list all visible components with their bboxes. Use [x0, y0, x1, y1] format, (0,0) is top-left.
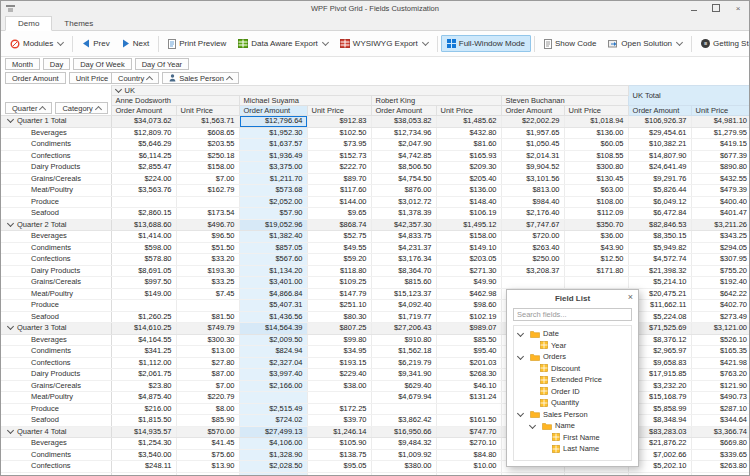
pivot-cell[interactable]: $24,641.49 [628, 162, 691, 174]
pivot-cell[interactable]: $1,254.30 [111, 438, 176, 450]
pivot-cell[interactable]: $13.00 [176, 346, 239, 358]
pivot-cell[interactable]: $109.25 [307, 277, 371, 289]
row-category-label[interactable]: Grains/Cereals [1, 173, 111, 185]
pivot-cell[interactable]: $263.40 [501, 242, 564, 254]
search-fields-input[interactable] [513, 308, 632, 321]
pivot-cell[interactable]: $5,826.44 [628, 185, 691, 197]
pivot-cell[interactable]: $63.00 [564, 185, 628, 197]
pivot-cell[interactable]: $95.05 [307, 461, 371, 473]
pivot-cell[interactable]: $747.70 [436, 426, 501, 438]
pivot-cell[interactable]: $526.10 [691, 334, 750, 346]
pivot-cell[interactable]: $59.20 [307, 254, 371, 266]
pivot-cell[interactable]: $130.45 [564, 173, 628, 185]
measure-header-unit-price[interactable]: Unit Price [176, 106, 239, 116]
pivot-cell[interactable]: $3,401.00 [239, 277, 307, 289]
field-list-item-discount[interactable]: Discount [514, 363, 631, 375]
pivot-cell[interactable]: $8,350.15 [628, 231, 691, 243]
field-list-item-extended-price[interactable]: Extended Price [514, 374, 631, 386]
measure-header-order-amount[interactable]: Order Amount [371, 106, 436, 116]
field-list-item-first-name[interactable]: First Name [514, 432, 631, 444]
pivot-cell[interactable]: $52.75 [307, 231, 371, 243]
field-list-item-last-name[interactable]: Last Name [514, 443, 631, 455]
open-solution-button[interactable]: Open Solution [602, 35, 688, 52]
pivot-cell[interactable]: $9,484.32 [371, 438, 436, 450]
pivot-cell[interactable]: $598.00 [111, 242, 176, 254]
pivot-cell[interactable]: $300.80 [564, 162, 628, 174]
pivot-cell[interactable]: $131.24 [436, 392, 501, 404]
pivot-cell[interactable] [176, 196, 239, 208]
pivot-cell[interactable]: $102.50 [307, 127, 371, 139]
pivot-cell[interactable]: $96.50 [176, 231, 239, 243]
field-list-item-name[interactable]: Name [514, 420, 631, 432]
pivot-cell[interactable]: $857.05 [239, 242, 307, 254]
pivot-cell[interactable]: $27.80 [176, 357, 239, 369]
pivot-cell[interactable]: $49.90 [436, 277, 501, 289]
row-category-label[interactable]: Beverages [1, 334, 111, 346]
pivot-cell[interactable]: $2,860.15 [111, 208, 176, 220]
collapse-chevron-icon[interactable] [7, 219, 14, 226]
row-category-label[interactable]: Confections [1, 150, 111, 162]
pivot-cell[interactable]: $271.30 [436, 265, 501, 277]
pivot-cell[interactable]: $14,564.39 [239, 323, 307, 335]
pivot-cell[interactable]: $87.00 [176, 369, 239, 381]
pivot-cell[interactable]: $13.90 [176, 461, 239, 473]
measure-header-order-amount[interactable]: Order Amount [628, 106, 691, 116]
pivot-cell[interactable] [501, 277, 564, 289]
print-preview-button[interactable]: Print Preview [162, 35, 232, 53]
row-category-label[interactable]: Confections [1, 357, 111, 369]
pivot-cell[interactable]: $38,053.82 [371, 116, 436, 128]
pivot-cell[interactable]: $112.09 [564, 208, 628, 220]
pivot-cell[interactable]: $1,408.76 [371, 472, 436, 476]
pivot-cell[interactable]: $39.70 [307, 415, 371, 427]
pivot-cell[interactable]: $1,485.62 [436, 116, 501, 128]
pivot-cell[interactable]: $173.54 [176, 208, 239, 220]
pivot-cell[interactable]: $2,061.75 [111, 369, 176, 381]
pivot-cell[interactable]: $322.30 [176, 472, 239, 476]
pivot-cell[interactable]: $1,018.94 [564, 116, 628, 128]
pivot-cell[interactable]: $57.90 [239, 208, 307, 220]
pivot-cell[interactable]: $496.70 [176, 219, 239, 231]
pivot-cell[interactable]: $815.60 [371, 277, 436, 289]
measure-header-order-amount[interactable]: Order Amount [239, 106, 307, 116]
pivot-cell[interactable]: $36.00 [564, 231, 628, 243]
pivot-cell[interactable]: $73.95 [307, 139, 371, 151]
pivot-cell[interactable]: $339.65 [691, 449, 750, 461]
pivot-cell[interactable]: $4,742.85 [371, 150, 436, 162]
pivot-cell[interactable]: $15,123.37 [371, 288, 436, 300]
pivot-cell[interactable]: $3,563.76 [111, 185, 176, 197]
modules-button[interactable]: Modules [4, 35, 69, 53]
pivot-cell[interactable]: $95.40 [436, 346, 501, 358]
row-field-quarter[interactable]: Quarter [5, 102, 52, 114]
measure-header-unit-price[interactable]: Unit Price [307, 106, 371, 116]
pivot-cell[interactable]: $1,246.14 [307, 426, 371, 438]
pivot-cell[interactable]: $22,002.29 [501, 116, 564, 128]
pivot-cell[interactable]: $4,572.74 [628, 254, 691, 266]
field-list-header[interactable]: Field List × [507, 290, 638, 307]
pivot-cell[interactable]: $203.05 [436, 254, 501, 266]
pivot-cell[interactable]: $201.03 [436, 357, 501, 369]
row-category-label[interactable]: Produce [1, 196, 111, 208]
pivot-cell[interactable]: $34.95 [307, 346, 371, 358]
pivot-cell[interactable]: $147.79 [307, 288, 371, 300]
row-category-label[interactable]: Produce [1, 403, 111, 415]
pivot-cell[interactable]: $136.00 [436, 185, 501, 197]
pivot-cell[interactable]: $8,506.50 [371, 162, 436, 174]
collapse-chevron-icon[interactable] [517, 410, 524, 417]
pivot-cell[interactable]: $2,327.04 [239, 357, 307, 369]
collapse-chevron-icon[interactable] [7, 116, 14, 123]
pivot-cell[interactable]: $984.40 [501, 196, 564, 208]
collapse-chevron-icon[interactable] [517, 353, 524, 360]
tab-themes[interactable]: Themes [52, 17, 105, 30]
pivot-cell[interactable]: $1,563.71 [176, 116, 239, 128]
field-list-item-date[interactable]: Date [514, 328, 631, 340]
pivot-cell[interactable]: $307.95 [691, 254, 750, 266]
pivot-cell[interactable]: $157.40 [436, 472, 501, 476]
pivot-cell[interactable]: $1,134.20 [239, 265, 307, 277]
pivot-cell[interactable]: $4,164.55 [111, 334, 176, 346]
pivot-cell[interactable]: $1,005.20 [691, 472, 750, 476]
pivot-cell[interactable]: $1,637.57 [239, 139, 307, 151]
tab-demo[interactable]: Demo [5, 16, 52, 31]
pivot-cell[interactable]: $193.30 [176, 265, 239, 277]
row-group-label[interactable]: Quarter 3 Total [1, 323, 111, 335]
pivot-cell[interactable]: $890.80 [691, 162, 750, 174]
